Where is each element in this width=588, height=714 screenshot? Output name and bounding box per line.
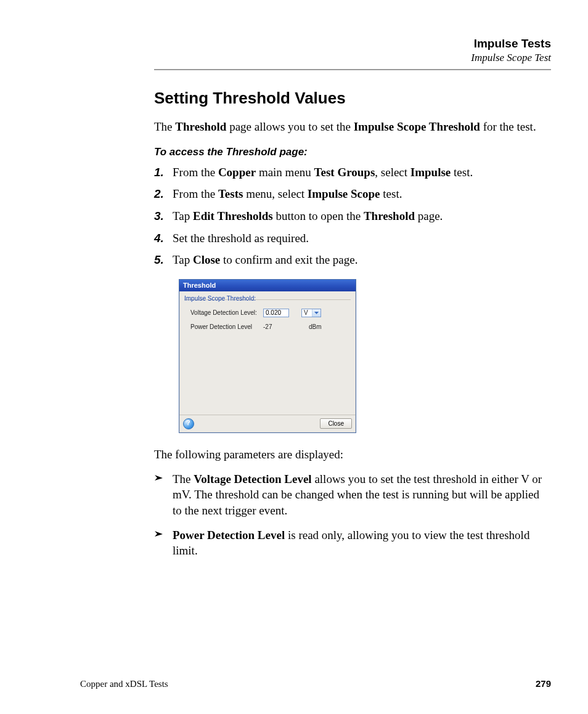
voltage-label: Voltage Detection Level: [190,309,263,316]
threshold-dialog: Threshold Impulse Scope Threshold: Volta… [179,279,356,433]
step-number: 3. [154,208,173,224]
intro-paragraph: The Threshold page allows you to set the… [154,119,551,135]
voltage-unit-value: V [302,309,312,316]
help-icon[interactable] [183,418,194,429]
dialog-body: Impulse Scope Threshold: Voltage Detecti… [179,291,356,415]
section-title: Setting Threshold Values [154,89,551,108]
power-unit: dBm [309,323,322,330]
step-item: 4. Set the threshold as required. [154,230,551,246]
access-heading: To access the Threshold page: [154,146,551,158]
power-value: -27 [263,323,296,330]
step-number: 5. [154,252,173,268]
dialog-title: Threshold [179,280,356,291]
bullet-item: The Voltage Detection Level allows you t… [154,471,551,519]
steps-list: 1. From the Copper main menu Test Groups… [154,164,551,268]
header-subtitle: Impulse Scope Test [154,52,551,64]
header-rule [154,69,551,70]
step-number: 4. [154,230,173,246]
bullet-item: Power Detection Level is read only, allo… [154,527,551,559]
voltage-unit-select[interactable]: V [301,309,321,317]
header-title: Impulse Tests [154,37,551,51]
voltage-row: Voltage Detection Level: V [184,309,351,317]
page-number: 279 [536,678,551,689]
step-number: 2. [154,186,173,202]
step-number: 1. [154,164,173,181]
page-footer: Copper and xDSL Tests 279 [80,678,551,689]
power-row: Power Detection Level -27 dBm [184,323,351,330]
following-paragraph: The following parameters are displayed: [154,448,551,461]
bullet-list: The Voltage Detection Level allows you t… [154,471,551,559]
page-header: Impulse Tests Impulse Scope Test [154,37,551,64]
footer-left: Copper and xDSL Tests [80,679,168,689]
chevron-down-icon [312,309,321,317]
step-item: 2. From the Tests menu, select Impulse S… [154,186,551,202]
arrow-icon [154,471,173,519]
group-label: Impulse Scope Threshold: [184,295,256,302]
voltage-input[interactable] [263,309,289,317]
arrow-icon [154,527,173,559]
step-item: 3. Tap Edit Thresholds button to open th… [154,208,551,224]
dialog-footer: Close [179,415,356,432]
power-label: Power Detection Level [190,323,263,330]
close-button[interactable]: Close [320,418,352,429]
step-item: 1. From the Copper main menu Test Groups… [154,164,551,181]
step-item: 5. Tap Close to confirm and exit the pag… [154,252,551,268]
